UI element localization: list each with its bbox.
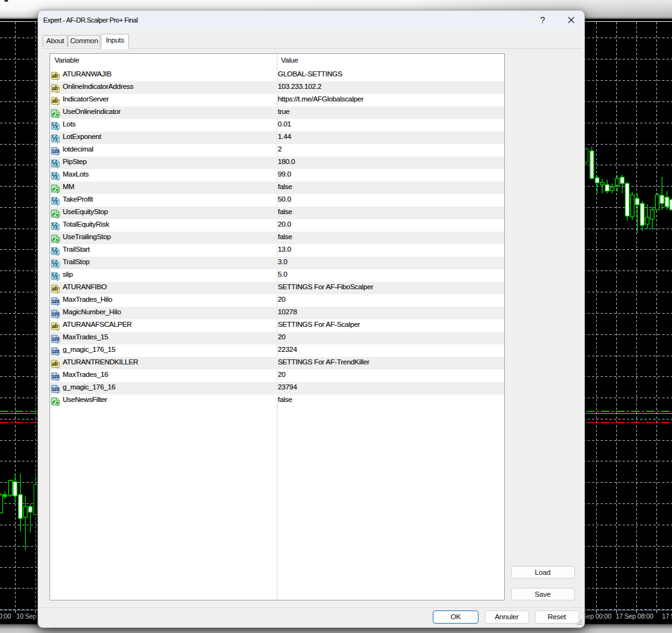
svg-text:½: ½ — [51, 259, 58, 268]
svg-text:123: 123 — [51, 386, 59, 392]
svg-text:½: ½ — [51, 159, 58, 168]
svg-text:123: 123 — [51, 311, 59, 317]
svg-text:½: ½ — [51, 247, 58, 255]
svg-text:ab: ab — [52, 286, 58, 292]
svg-text:ab: ab — [52, 361, 58, 367]
svg-text:½: ½ — [51, 272, 58, 280]
svg-text:½: ½ — [51, 172, 58, 180]
svg-text:ab: ab — [52, 85, 58, 91]
svg-text:½: ½ — [51, 121, 58, 130]
svg-text:123: 123 — [51, 336, 59, 342]
svg-text:½: ½ — [51, 134, 58, 143]
svg-text:123: 123 — [51, 148, 59, 154]
svg-text:123: 123 — [51, 374, 59, 379]
svg-text:ab: ab — [52, 323, 58, 329]
svg-text:123: 123 — [51, 299, 59, 304]
svg-text:½: ½ — [51, 222, 58, 230]
svg-text:½: ½ — [51, 197, 58, 205]
svg-text:123: 123 — [51, 349, 59, 354]
svg-text:ab: ab — [52, 98, 58, 104]
svg-text:ab: ab — [52, 73, 58, 79]
